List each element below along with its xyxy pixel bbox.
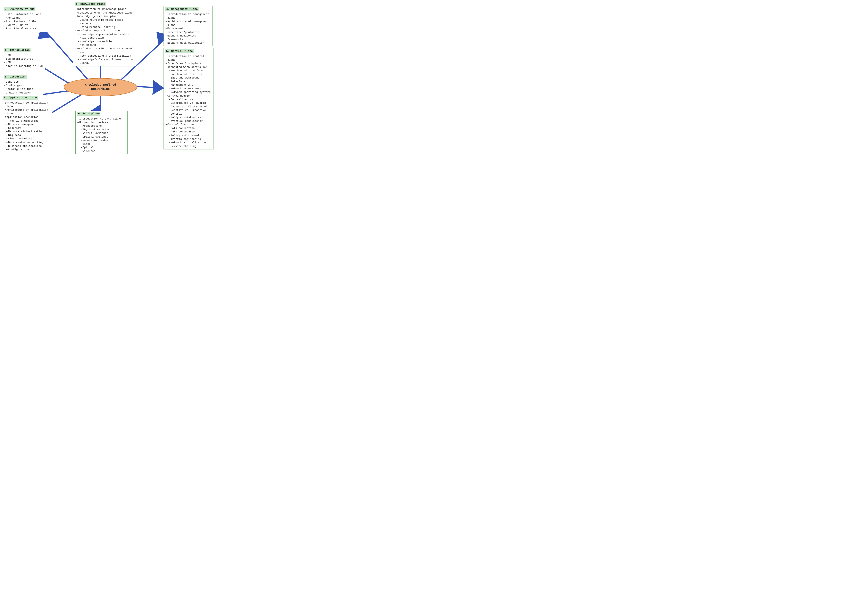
svg-text:Networking: Networking bbox=[91, 88, 109, 91]
box7-item8: –Big data bbox=[3, 133, 50, 137]
box3-item7: –Knowledge representation models bbox=[75, 33, 134, 36]
svg-text:Knowledge Defined: Knowledge Defined bbox=[84, 83, 116, 87]
box6-item4: –Physical switches bbox=[77, 128, 126, 131]
box8-title: 8. Discussion bbox=[4, 75, 41, 80]
box5-item13: –Fully consistent vs. eventual consisten… bbox=[166, 116, 212, 123]
box6-item5: –Virtual switches bbox=[77, 131, 126, 135]
box7-item12: –Configuration bbox=[3, 148, 50, 152]
box3-item9: –Knowledge composition in networking bbox=[75, 40, 134, 47]
box6-item10: –Wireless bbox=[77, 149, 126, 153]
box6-item6: –Optical switches bbox=[77, 135, 126, 139]
box3-item11: –Flow scheduling & prioritization bbox=[75, 54, 134, 58]
box5-item18: –Traffic engineering bbox=[166, 138, 212, 141]
box-overview-kdn: 2. Overview of KDN –Data, information, a… bbox=[2, 6, 50, 32]
box5-item20: –Service chaining bbox=[166, 144, 212, 148]
box3-item6: –Knowledge composition plane bbox=[75, 29, 134, 33]
box4-item1: –Introduction to management plane bbox=[166, 13, 211, 20]
box1-title: 1. Introduction bbox=[4, 48, 43, 53]
box7-item10: –Data center networking bbox=[3, 141, 50, 144]
box6-item1: –Introduction to data plane bbox=[77, 117, 126, 121]
box3-item3: –Knowledge generation plane bbox=[75, 14, 134, 18]
svg-point-16 bbox=[64, 78, 137, 96]
box2-title: 2. Overview of KDN bbox=[4, 7, 48, 12]
box7-item11: –Business applications bbox=[3, 144, 50, 148]
box5-item17: –Policy enforcement bbox=[166, 134, 212, 138]
box1-item1: –SDN bbox=[4, 53, 43, 57]
box7-item7: –Network virtualization bbox=[3, 130, 50, 133]
box6-item7: –Transmission media bbox=[77, 139, 126, 142]
box-knowledge-plane: 3. Knowledge Plane –Introduction to know… bbox=[73, 1, 136, 66]
box6-item9: –Optical bbox=[77, 146, 126, 149]
box3-item1: –Introduction to knowledge plane bbox=[75, 7, 134, 11]
box5-item14: –Control functions bbox=[166, 123, 212, 127]
box8-item4: –Ongoing research bbox=[4, 91, 41, 95]
box5-item6: –Management API bbox=[166, 83, 212, 87]
box5-item9: –Control models bbox=[166, 94, 212, 98]
box3-item8: –Rule generation bbox=[75, 36, 134, 40]
box5-item16: –Path computation bbox=[166, 130, 212, 134]
box3-title: 3. Knowledge Plane bbox=[75, 2, 134, 7]
box4-item4: –Network monitoring frameworks bbox=[166, 34, 211, 41]
diagram-container: Knowledge Defined Networking 1. Introduc… bbox=[0, 0, 215, 154]
box7-item4: –Traffic engineering bbox=[3, 119, 50, 123]
box6-item8: –Wired bbox=[77, 142, 126, 146]
box7-item2: –Architecture of application plane bbox=[3, 108, 50, 116]
box5-title: 5. Control Plane bbox=[166, 49, 212, 54]
box8-item2: –Challenges bbox=[4, 84, 41, 88]
box7-item6: –Security bbox=[3, 126, 50, 130]
box2-item1: –Data, information, and Knowledge bbox=[4, 13, 48, 20]
box8-item3: –Design guidelines bbox=[4, 88, 41, 91]
box5-item15: –Data collection bbox=[166, 127, 212, 130]
box5-item10: –Centralized vs. Distributed vs. Hybrid bbox=[166, 98, 212, 105]
box5-item3: –Northbound interface bbox=[166, 69, 212, 73]
box7-title: 7. Application plane bbox=[3, 96, 50, 100]
box7-item5: –Network management bbox=[3, 123, 50, 126]
box6-title: 6. Data plane bbox=[77, 112, 126, 116]
box-control-plane: 5. Control Plane –Introduction to contro… bbox=[164, 48, 214, 149]
box3-item10: –Knowledge distribution & management pla… bbox=[75, 47, 134, 54]
box5-item1: –Introduction to control plane bbox=[166, 55, 212, 62]
box4-title: 4. Management Plane bbox=[166, 7, 211, 12]
box4-item3: –Management interfaces/protocols bbox=[166, 27, 211, 34]
box-management-plane: 4. Management Plane –Introduction to man… bbox=[164, 6, 213, 46]
box3-item12: –Knowledge/rule exc. & mana. proto. /lan… bbox=[75, 58, 134, 65]
box7-item9: –Cloud computing bbox=[3, 137, 50, 141]
box4-item2: –Architecture of management plane bbox=[166, 20, 211, 27]
box1-item3: –KDN bbox=[4, 61, 43, 64]
box3-item4: –Using heuristic model-based methods bbox=[75, 18, 134, 25]
box5-item2: –Interfaces & subplans connected with co… bbox=[166, 62, 212, 69]
box3-item2: –Architecture of the knowledge plane bbox=[75, 11, 134, 15]
box-application-plane: 7. Application plane –Introduction to ap… bbox=[1, 95, 52, 153]
box6-item2: –Forwarding devices bbox=[77, 121, 126, 124]
box-introduction: 1. Introduction –SDN –SDN architectures … bbox=[2, 47, 45, 69]
box5-item4: –Southbound interface bbox=[166, 73, 212, 76]
box5-item5: –East and westbound interface bbox=[166, 76, 212, 83]
box7-item3: –Application scenarios bbox=[3, 116, 50, 119]
box5-item19: –Network virtualization bbox=[166, 141, 212, 144]
box1-item2: –SDN architectures bbox=[4, 57, 43, 61]
box8-item1: –Benefits bbox=[4, 80, 41, 84]
box2-item3: –KDN Vs. SDN Vs. traditional network bbox=[4, 23, 48, 31]
box5-item11: –Packet vs. Flow control bbox=[166, 105, 212, 109]
box5-item8: –Network operating systems bbox=[166, 91, 212, 94]
box3-item5: –Using machine learning bbox=[75, 25, 134, 29]
box5-item7: –Network hypervisors bbox=[166, 87, 212, 91]
center-ellipse: Knowledge Defined Networking bbox=[64, 78, 137, 96]
box4-item5: –Network data collection bbox=[166, 41, 211, 45]
box1-item4: –Machine learning in KDN bbox=[4, 64, 43, 68]
box6-item3: –Architecture bbox=[77, 124, 126, 128]
box7-item1: –Introduction to application plane bbox=[3, 101, 50, 108]
box2-item2: –Architecture of KDN bbox=[4, 20, 48, 23]
box5-item12: –Reactive vs. Proactive control bbox=[166, 108, 212, 116]
box-data-plane: 6. Data plane –Introduction to data plan… bbox=[75, 111, 128, 154]
box-discussion: 8. Discussion –Benefits –Challenges –Des… bbox=[2, 74, 43, 96]
